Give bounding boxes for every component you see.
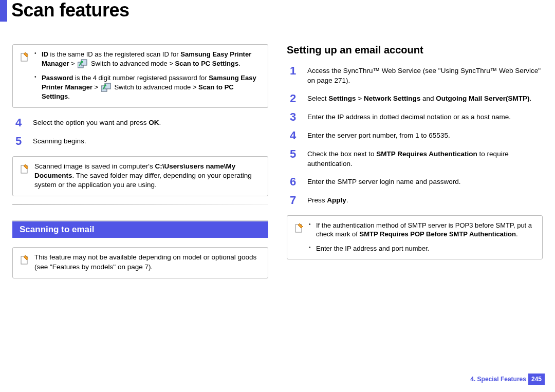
page-title: Scan features	[11, 1, 130, 20]
step-number: 1	[290, 65, 300, 77]
note-box-save-path: Scanned image is saved in computer's C:\…	[12, 156, 268, 197]
numbered-step: 1Access the SyncThru™ Web Service (see "…	[290, 65, 543, 86]
text-run: Enter the server port number, from 1 to …	[307, 132, 450, 139]
note-icon	[20, 52, 29, 62]
text-run: Password	[42, 74, 73, 82]
step-text: Enter the server port number, from 1 to …	[307, 130, 543, 141]
page-footer: 4. Special Features 245	[470, 374, 545, 385]
text-run: ID	[42, 50, 48, 58]
text-run: Switch to advanced mode >	[89, 60, 175, 67]
text-run: Access the SyncThru™ Web Service (see "U…	[307, 67, 541, 84]
text-run: Settings	[328, 95, 356, 102]
text-run: is the 4 digit number registered passwor…	[73, 74, 209, 82]
title-accent-block	[0, 0, 7, 22]
text-run: .	[516, 230, 518, 238]
left-column: ID is the same ID as the registered scan…	[12, 44, 268, 287]
text-run: .	[159, 119, 161, 126]
text-run: Enter the IP address and port number.	[316, 245, 429, 252]
text-run: Select	[307, 95, 328, 102]
step-number: 5	[15, 136, 26, 147]
text-run: Check the box next to	[307, 150, 376, 158]
note-bullet: If the authentication method of SMTP ser…	[309, 221, 535, 239]
note-bullet: Enter the IP address and port number.	[309, 244, 535, 253]
text-run: >	[69, 60, 77, 67]
text-run: Scan to PC Settings	[175, 60, 239, 67]
step-text: Select the option you want and press OK.	[33, 117, 268, 128]
step-number: 4	[290, 130, 300, 141]
numbered-step: 4Enter the server port number, from 1 to…	[290, 130, 543, 141]
step-number: 4	[15, 117, 26, 128]
step-text: Scanning begins.	[33, 136, 268, 146]
text-run: Scanning begins.	[33, 137, 86, 145]
text-run: Enter the IP address in dotted decimal n…	[307, 113, 511, 121]
note-box-smtp-pop3: If the authentication method of SMTP ser…	[287, 215, 543, 260]
content-columns: ID is the same ID as the registered scan…	[0, 26, 555, 287]
footer-chapter: 4. Special Features	[470, 376, 526, 383]
step-number: 3	[290, 111, 300, 123]
text-run: OK	[149, 119, 159, 126]
step-text: Access the SyncThru™ Web Service (see "U…	[307, 65, 543, 86]
note-bullet: ID is the same ID as the registered scan…	[34, 50, 261, 68]
text-run: .	[530, 95, 532, 102]
step-text: Select Settings > Network Settings and O…	[307, 93, 543, 104]
text-run: >	[356, 95, 364, 102]
text-run: is the same ID as the registered scan ID…	[48, 50, 180, 58]
step-number: 2	[290, 93, 300, 104]
note-icon	[294, 223, 304, 233]
text-run: Select the option you want and press	[33, 119, 149, 126]
footer-page-number: 245	[528, 374, 545, 385]
step-text: Enter the IP address in dotted decimal n…	[307, 111, 543, 122]
step-number: 6	[290, 176, 300, 188]
section-divider	[12, 204, 268, 205]
text-run: Enter the SMTP server login name and pas…	[307, 178, 460, 185]
section-heading-scanning-to-email: Scanning to email	[12, 220, 268, 238]
note-content: ID is the same ID as the registered scan…	[34, 50, 261, 101]
numbered-step: 5Check the box next to SMTP Requires Aut…	[290, 148, 543, 169]
note-box-feature-availability: This feature may not be available depend…	[12, 247, 268, 278]
step-number: 5	[290, 148, 300, 160]
text-run: Apply	[327, 196, 346, 204]
text-run: .	[346, 196, 348, 204]
text-run: .	[68, 92, 70, 100]
text-run: SMTP Requires Authentication	[376, 150, 477, 158]
subheading-setting-up-email: Setting up an email account	[287, 44, 543, 56]
advanced-mode-icon	[101, 83, 112, 92]
note-content: This feature may not be available depend…	[34, 253, 261, 271]
note-content: Scanned image is saved in computer's C:\…	[34, 162, 261, 190]
text-run: Switch to advanced mode >	[113, 83, 198, 91]
right-column: Setting up an email account 1Access the …	[287, 44, 543, 287]
num-list-left: 4Select the option you want and press OK…	[15, 117, 268, 147]
step-text: Check the box next to SMTP Requires Auth…	[307, 148, 543, 169]
note-box-id-password: ID is the same ID as the registered scan…	[12, 44, 268, 108]
text-run: .	[238, 60, 240, 67]
step-text: Enter the SMTP server login name and pas…	[307, 176, 543, 187]
note-icon	[20, 255, 29, 265]
numbered-step: 5Scanning begins.	[15, 136, 268, 147]
text-run: and	[420, 95, 436, 102]
text-run: SMTP Requires POP Before SMTP Authentica…	[360, 230, 516, 238]
text-run: Outgoing Mail Server(SMTP)	[436, 95, 529, 102]
text-run: Press	[307, 196, 327, 204]
note-bullet: Password is the 4 digit number registere…	[34, 73, 261, 101]
num-list-right: 1Access the SyncThru™ Web Service (see "…	[290, 65, 543, 206]
numbered-step: 7Press Apply.	[290, 195, 543, 206]
numbered-step: 3Enter the IP address in dotted decimal …	[290, 111, 543, 123]
text-run: >	[92, 83, 100, 91]
text-run: This feature may not be available depend…	[34, 253, 256, 270]
advanced-mode-icon	[78, 59, 88, 68]
numbered-step: 4Select the option you want and press OK…	[15, 117, 268, 128]
note-content: If the authentication method of SMTP ser…	[309, 221, 535, 253]
text-run: Scanned image is saved in computer's	[34, 162, 155, 170]
note-icon	[20, 164, 29, 174]
step-number: 7	[290, 195, 300, 206]
numbered-step: 6Enter the SMTP server login name and pa…	[290, 176, 543, 188]
step-text: Press Apply.	[307, 195, 543, 206]
numbered-step: 2Select Settings > Network Settings and …	[290, 93, 543, 104]
text-run: Network Settings	[364, 95, 420, 102]
